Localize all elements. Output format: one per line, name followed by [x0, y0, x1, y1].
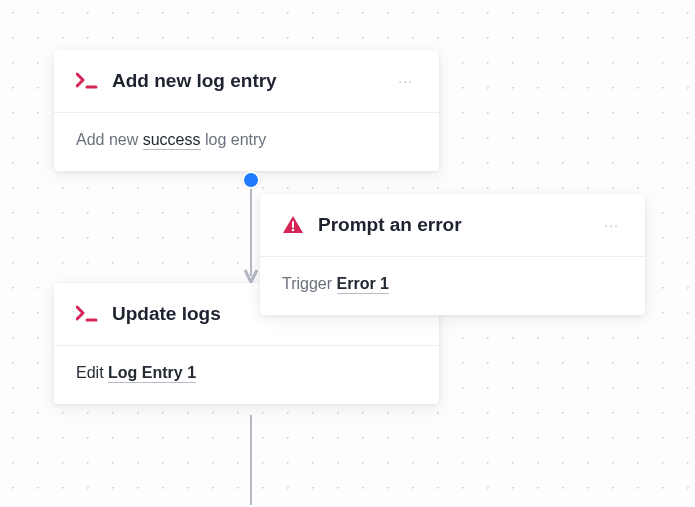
body-suffix: log entry [201, 131, 267, 148]
svg-point-5 [292, 229, 295, 232]
body-emphasis: success [143, 131, 201, 150]
node-body: Add new success log entry [54, 113, 439, 171]
connector-2-down [244, 415, 258, 505]
node-title: Prompt an error [318, 214, 600, 236]
node-header: Prompt an error ··· [260, 194, 645, 257]
body-prefix: Add new [76, 131, 143, 148]
body-prefix: Trigger [282, 275, 337, 292]
error-icon [282, 215, 308, 235]
node-title: Add new log entry [112, 70, 394, 92]
connection-port[interactable] [242, 171, 260, 189]
terminal-icon [76, 72, 102, 90]
node-body: Trigger Error 1 [260, 257, 645, 315]
terminal-icon [76, 305, 102, 323]
body-emphasis: Log Entry 1 [108, 364, 196, 383]
node-prompt-error[interactable]: Prompt an error ··· Trigger Error 1 [260, 194, 645, 315]
body-prefix: Edit [76, 364, 108, 381]
body-emphasis: Error 1 [337, 275, 389, 294]
node-menu-button[interactable]: ··· [600, 215, 623, 235]
flow-canvas[interactable]: Add new log entry ··· Add new success lo… [0, 0, 695, 507]
node-menu-button[interactable]: ··· [394, 71, 417, 91]
node-add-log-entry[interactable]: Add new log entry ··· Add new success lo… [54, 50, 439, 171]
node-body: Edit Log Entry 1 [54, 346, 439, 404]
node-header: Add new log entry ··· [54, 50, 439, 113]
connector-1-2 [244, 176, 258, 286]
